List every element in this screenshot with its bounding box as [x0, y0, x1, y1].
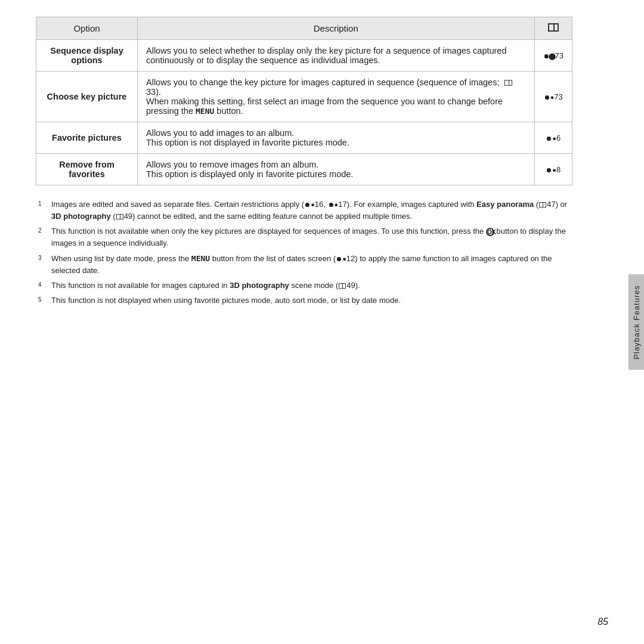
option-cell: Remove fromfavorites	[36, 154, 138, 185]
option-cell: Sequence displayoptions	[36, 40, 138, 72]
options-table: Option Description Sequence displayoptio…	[36, 17, 572, 185]
footnote-text: Images are edited and saved as separate …	[51, 199, 572, 222]
description-cell: Allows you to remove images from an albu…	[138, 154, 535, 185]
camera-icon: ⏺	[543, 52, 549, 60]
main-content: Option Description Sequence displayoptio…	[0, 0, 608, 321]
footnote-num: 4	[38, 280, 51, 292]
header-description: Description	[138, 17, 535, 40]
option-cell: Choose key picture	[36, 72, 138, 122]
menu-label: MENU	[191, 254, 210, 263]
side-tab: Playback Features	[628, 274, 644, 370]
page-number: 85	[597, 617, 608, 627]
ref-cell: ⏺●73	[534, 72, 572, 122]
table-row: Favorite pictures Allows you to add imag…	[36, 122, 572, 154]
footnote-item: 5 This function is not displayed when us…	[36, 295, 572, 306]
header-option: Option	[36, 17, 138, 40]
footnotes-section: 1 Images are edited and saved as separat…	[36, 196, 572, 306]
footnote-num: 1	[38, 199, 51, 222]
ref-cell: ⏺●8	[534, 154, 572, 185]
description-cell: Allows you to change the key picture for…	[138, 72, 535, 122]
table-row: Choose key picture Allows you to change …	[36, 72, 572, 122]
ref-cell: ⏺●6	[534, 122, 572, 154]
footnote-num: 2	[38, 225, 51, 249]
description-cell: Allows you to select whether to display …	[138, 40, 535, 72]
menu-label: MENU	[196, 107, 214, 116]
footnote-text: This function is not displayed when usin…	[51, 295, 401, 306]
footnote-text: When using list by date mode, press the …	[51, 253, 572, 277]
footnote-num: 5	[38, 295, 51, 306]
header-icon	[534, 17, 572, 40]
footnote-item: 1 Images are edited and saved as separat…	[36, 199, 572, 222]
footnote-item: 2 This function is not available when on…	[36, 225, 572, 249]
side-tab-label: Playback Features	[632, 285, 641, 360]
table-row: Remove fromfavorites Allows you to remov…	[36, 154, 572, 185]
footnote-num: 3	[38, 253, 51, 277]
footnote-text: This function is not available for image…	[51, 280, 360, 292]
description-cell: Allows you to add images to an album. Th…	[138, 122, 535, 154]
footnote-text: This function is not available when only…	[51, 225, 572, 249]
footnote-item: 3 When using list by date mode, press th…	[36, 253, 572, 277]
ref-cell: ⏺⬤73	[534, 40, 572, 72]
option-cell: Favorite pictures	[36, 122, 138, 154]
footnote-item: 4 This function is not available for ima…	[36, 280, 572, 292]
table-row: Sequence displayoptions Allows you to se…	[36, 40, 572, 72]
